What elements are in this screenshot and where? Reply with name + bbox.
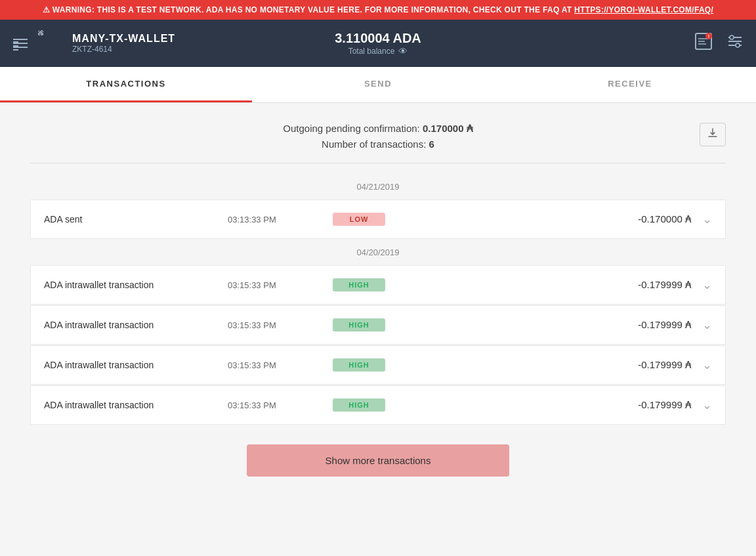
svg-rect-22 — [39, 34, 41, 35]
svg-rect-5 — [42, 30, 43, 32]
svg-rect-7 — [39, 32, 41, 33]
tx-time: 03:15:33 PM — [228, 400, 333, 410]
tx-type: ADA sent — [44, 214, 228, 225]
tx-amount: -0.179999 ₳ — [638, 279, 692, 291]
toggle-balance-icon[interactable]: 👁 — [398, 46, 408, 56]
svg-rect-6 — [38, 32, 39, 33]
svg-rect-21 — [38, 34, 39, 35]
balance-label: Total balance 👁 — [335, 46, 421, 56]
svg-rect-3 — [40, 30, 41, 32]
tx-amount: -0.170000 ₳ — [638, 213, 692, 225]
tx-badge: HIGH — [333, 278, 411, 291]
tx-time: 03:15:33 PM — [228, 320, 333, 330]
date-header-1: 04/20/2019 — [30, 240, 726, 265]
table-row[interactable]: ADA intrawallet transaction 03:15:33 PM … — [30, 265, 726, 305]
warning-link[interactable]: HTTPS://YOROI-WALLET.COM/FAQ/ — [574, 5, 713, 14]
tx-badge: HIGH — [333, 318, 411, 331]
svg-rect-15 — [42, 32, 43, 33]
tx-amount: -0.179999 ₳ — [638, 399, 692, 411]
table-row[interactable]: ADA sent 03:13:33 PM LOW -0.170000 ₳ ⌄ — [30, 200, 726, 239]
balance-amount: 3.110004 ADA — [335, 31, 421, 46]
tx-type: ADA intrawallet transaction — [44, 320, 228, 330]
tab-send[interactable]: SEND — [252, 67, 504, 102]
svg-rect-10 — [42, 32, 43, 33]
table-row[interactable]: ADA intrawallet transaction 03:15:33 PM … — [30, 345, 726, 385]
svg-point-32 — [730, 35, 734, 39]
high-badge: HIGH — [333, 398, 385, 412]
svg-rect-4 — [41, 30, 43, 32]
wallet-avatar — [38, 30, 64, 56]
svg-rect-14 — [41, 32, 43, 33]
tx-badge: LOW — [333, 213, 411, 226]
tx-type: ADA intrawallet transaction — [44, 360, 228, 370]
svg-rect-25 — [42, 34, 43, 35]
high-badge: HIGH — [333, 278, 385, 291]
svg-rect-24 — [41, 34, 43, 35]
tx-type: ADA intrawallet transaction — [44, 400, 228, 410]
notification-icon[interactable]: ! — [693, 31, 714, 56]
tx-amount: -0.179999 ₳ — [638, 359, 692, 371]
table-row[interactable]: ADA intrawallet transaction 03:15:33 PM … — [30, 385, 726, 425]
tx-type: ADA intrawallet transaction — [44, 280, 228, 290]
tab-receive[interactable]: RECEIVE — [504, 67, 756, 102]
export-button[interactable] — [700, 123, 726, 146]
chevron-down-icon: ⌄ — [702, 278, 712, 292]
show-more-button[interactable]: Show more transactions — [247, 444, 509, 477]
tab-transactions[interactable]: TRANSACTIONS — [0, 67, 252, 102]
warning-text: ⚠ WARNING: THIS IS A TEST NETWORK. ADA H… — [43, 5, 574, 14]
tx-time: 03:13:33 PM — [228, 215, 333, 225]
high-badge: HIGH — [333, 318, 385, 331]
tx-amount: -0.179999 ₳ — [638, 319, 692, 331]
wallet-name: MANY-TX-WALLET — [72, 33, 175, 45]
svg-rect-9 — [41, 32, 43, 33]
header: MANY-TX-WALLET ZKTZ-4614 3.110004 ADA To… — [0, 20, 756, 67]
tx-time: 03:15:33 PM — [228, 280, 333, 290]
nav-tabs: TRANSACTIONS SEND RECEIVE — [0, 67, 756, 103]
menu-icon[interactable] — [10, 36, 30, 51]
high-badge: HIGH — [333, 358, 385, 372]
wallet-info: MANY-TX-WALLET ZKTZ-4614 — [72, 33, 175, 54]
summary-divider — [30, 163, 726, 163]
svg-point-33 — [736, 43, 740, 47]
svg-rect-8 — [40, 32, 41, 33]
svg-rect-2 — [39, 30, 41, 32]
svg-rect-12 — [39, 32, 41, 33]
chevron-down-icon: ⌄ — [702, 358, 712, 372]
summary-section: Outgoing pending confirmation: 0.170000 … — [30, 123, 726, 150]
table-row[interactable]: ADA intrawallet transaction 03:15:33 PM … — [30, 305, 726, 345]
date-header-0: 04/21/2019 — [30, 174, 726, 200]
svg-rect-16 — [38, 33, 39, 35]
warning-banner: ⚠ WARNING: THIS IS A TEST NETWORK. ADA H… — [0, 0, 756, 20]
tx-count-label: Number of transactions: — [322, 139, 426, 150]
svg-rect-11 — [38, 32, 39, 33]
svg-rect-1 — [38, 30, 39, 32]
settings-icon[interactable] — [724, 31, 746, 56]
pending-amount: 0.170000 ₳ — [423, 123, 473, 134]
header-center: 3.110004 ADA Total balance 👁 — [335, 31, 421, 56]
header-right: ! — [693, 31, 746, 56]
svg-rect-20 — [42, 33, 43, 35]
chevron-down-icon: ⌄ — [702, 398, 712, 412]
pending-label: Outgoing pending confirmation: — [283, 123, 419, 134]
header-left: MANY-TX-WALLET ZKTZ-4614 — [10, 30, 175, 56]
svg-rect-19 — [41, 33, 43, 35]
low-badge: LOW — [333, 213, 385, 226]
svg-rect-17 — [39, 33, 41, 35]
main-content: Outgoing pending confirmation: 0.170000 … — [17, 103, 739, 516]
pending-summary: Outgoing pending confirmation: 0.170000 … — [30, 123, 726, 135]
tx-time: 03:15:33 PM — [228, 360, 333, 370]
wallet-id: ZKTZ-4614 — [72, 45, 175, 54]
tx-badge: HIGH — [333, 358, 411, 372]
tx-count-summary: Number of transactions: 6 — [30, 139, 726, 150]
svg-rect-23 — [40, 34, 41, 35]
chevron-down-icon: ⌄ — [702, 212, 712, 226]
svg-text:!: ! — [708, 34, 709, 39]
tx-count: 6 — [429, 139, 434, 150]
tx-badge: HIGH — [333, 398, 411, 412]
chevron-down-icon: ⌄ — [702, 318, 712, 332]
svg-rect-18 — [40, 33, 41, 35]
svg-rect-13 — [40, 32, 41, 33]
